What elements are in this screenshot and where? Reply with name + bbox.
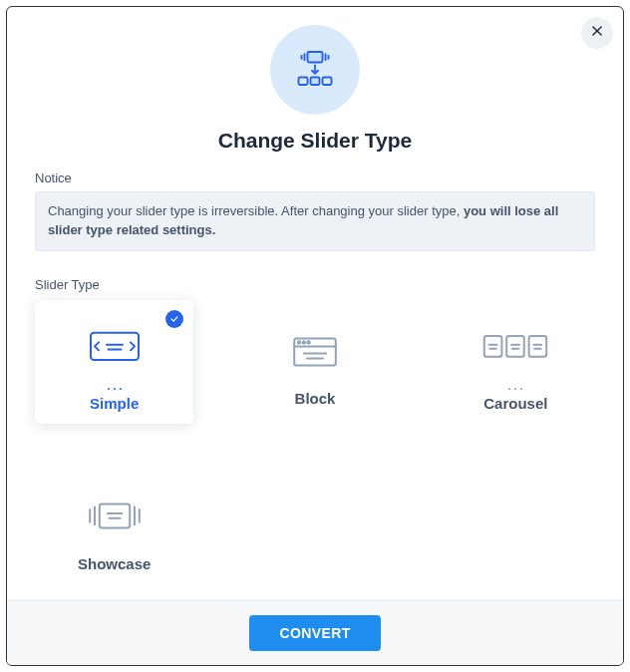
slider-type-option-carousel[interactable]: Carousel: [437, 300, 595, 424]
svg-point-14: [307, 341, 309, 343]
slider-type-option-showcase[interactable]: Showcase: [35, 466, 193, 589]
notice-label: Notice: [35, 170, 595, 185]
option-label: Block: [295, 390, 336, 407]
svg-rect-18: [507, 336, 525, 357]
slider-type-label: Slider Type: [35, 277, 595, 292]
svg-rect-5: [311, 78, 320, 86]
close-button[interactable]: [581, 17, 613, 49]
notice-box: Changing your slider type is irreversibl…: [35, 191, 595, 251]
svg-rect-26: [99, 504, 129, 528]
modal-footer: CONVERT: [7, 600, 623, 665]
svg-rect-7: [91, 332, 139, 359]
svg-point-12: [298, 341, 300, 343]
svg-rect-17: [484, 336, 502, 357]
modal-title: Change Slider Type: [218, 129, 413, 153]
pagination-dots-icon: [508, 388, 522, 391]
change-type-icon: [270, 25, 360, 115]
convert-button[interactable]: CONVERT: [249, 615, 380, 651]
showcase-slider-icon: [79, 490, 151, 545]
svg-rect-2: [308, 52, 323, 63]
svg-point-13: [303, 341, 305, 343]
modal-header: Change Slider Type: [35, 25, 595, 153]
simple-slider-icon: [83, 320, 147, 376]
selected-check-icon: [165, 310, 183, 328]
slider-type-option-simple[interactable]: Simple: [35, 300, 193, 424]
slider-type-grid: Simple Block: [35, 300, 595, 589]
notice-text: Changing your slider type is irreversibl…: [48, 203, 464, 218]
modal-body: Change Slider Type Notice Changing your …: [7, 7, 623, 600]
block-slider-icon: [283, 324, 347, 380]
option-label: Simple: [90, 395, 139, 412]
pagination-dots-icon: [108, 388, 122, 391]
change-slider-type-modal: Change Slider Type Notice Changing your …: [6, 6, 624, 666]
option-label: Showcase: [78, 555, 151, 572]
svg-rect-19: [529, 336, 547, 357]
svg-rect-6: [323, 78, 332, 86]
option-label: Carousel: [483, 395, 547, 412]
slider-type-option-block[interactable]: Block: [235, 300, 394, 424]
svg-rect-4: [299, 78, 308, 86]
close-icon: [590, 24, 604, 42]
carousel-slider-icon: [479, 320, 551, 376]
